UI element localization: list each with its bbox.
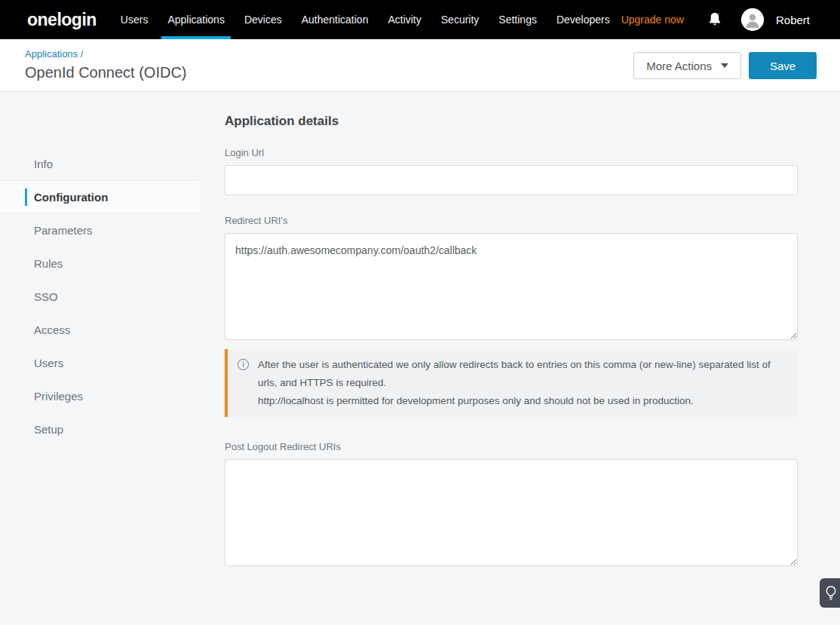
- sidebar-item-label: Configuration: [34, 191, 108, 204]
- breadcrumb[interactable]: Applications /: [25, 48, 83, 60]
- settings-sidebar: Info Configuration Parameters Rules SSO …: [0, 92, 200, 446]
- active-indicator-bar: [25, 188, 27, 206]
- nav-item-authentication[interactable]: Authentication: [292, 0, 379, 39]
- sidebar-item-rules[interactable]: Rules: [0, 247, 200, 280]
- sidebar-item-setup[interactable]: Setup: [0, 412, 200, 446]
- header-actions: More Actions Save: [633, 52, 817, 79]
- main-nav: Users Applications Devices Authenticatio…: [111, 0, 620, 39]
- login-url-label: Login Url: [225, 147, 798, 158]
- nav-item-devices[interactable]: Devices: [235, 0, 292, 39]
- sidebar-item-parameters[interactable]: Parameters: [0, 213, 200, 247]
- sidebar-item-configuration[interactable]: Configuration: [0, 180, 200, 213]
- sidebar-item-access[interactable]: Access: [0, 313, 200, 346]
- info-icon: i: [238, 359, 249, 370]
- nav-item-activity[interactable]: Activity: [378, 0, 431, 39]
- bell-icon[interactable]: [708, 12, 722, 27]
- user-name[interactable]: Robert: [776, 14, 810, 26]
- more-actions-button[interactable]: More Actions: [633, 52, 741, 79]
- upgrade-now-link[interactable]: Upgrade now: [621, 14, 684, 26]
- post-logout-redirect-uris-textarea[interactable]: [225, 459, 798, 566]
- section-title: Application details: [225, 114, 798, 129]
- sidebar-item-users[interactable]: Users: [0, 346, 200, 379]
- more-actions-label: More Actions: [646, 60, 712, 72]
- onelogin-logo[interactable]: onelogin: [27, 10, 97, 30]
- post-logout-redirect-uris-label: Post Logout Redirect URIs: [225, 441, 798, 452]
- configuration-panel: Application details Login Url Redirect U…: [225, 92, 798, 566]
- redirect-uris-help-note: i After the user is authenticated we onl…: [225, 349, 798, 417]
- sidebar-item-info[interactable]: Info: [0, 147, 200, 180]
- chevron-down-icon: [721, 63, 728, 68]
- lightbulb-icon: [825, 585, 837, 602]
- nav-item-settings[interactable]: Settings: [489, 0, 547, 39]
- login-url-input[interactable]: [225, 165, 798, 195]
- nav-item-applications[interactable]: Applications: [158, 0, 235, 39]
- redirect-uris-textarea[interactable]: https://auth.awesomecompany.com/oauth2/c…: [225, 233, 798, 340]
- help-button[interactable]: [820, 578, 840, 608]
- help-note-line1: After the user is authenticated we only …: [258, 356, 786, 392]
- page-header: Applications / OpenId Connect (OIDC) Mor…: [0, 39, 840, 92]
- help-note-text: After the user is authenticated we only …: [258, 356, 786, 410]
- help-note-line2: http://localhost is permitted for develo…: [258, 392, 786, 410]
- page-title: OpenId Connect (OIDC): [25, 64, 187, 81]
- sidebar-item-sso[interactable]: SSO: [0, 280, 200, 313]
- redirect-uris-label: Redirect URI's: [225, 215, 798, 226]
- user-avatar[interactable]: [741, 8, 764, 31]
- nav-item-security[interactable]: Security: [431, 0, 489, 39]
- save-button[interactable]: Save: [749, 52, 817, 79]
- nav-item-users[interactable]: Users: [111, 0, 158, 39]
- nav-item-developers[interactable]: Developers: [547, 0, 620, 39]
- nav-right: Upgrade now Robert: [621, 8, 810, 31]
- top-navigation: onelogin Users Applications Devices Auth…: [0, 0, 840, 39]
- sidebar-item-privileges[interactable]: Privileges: [0, 379, 200, 412]
